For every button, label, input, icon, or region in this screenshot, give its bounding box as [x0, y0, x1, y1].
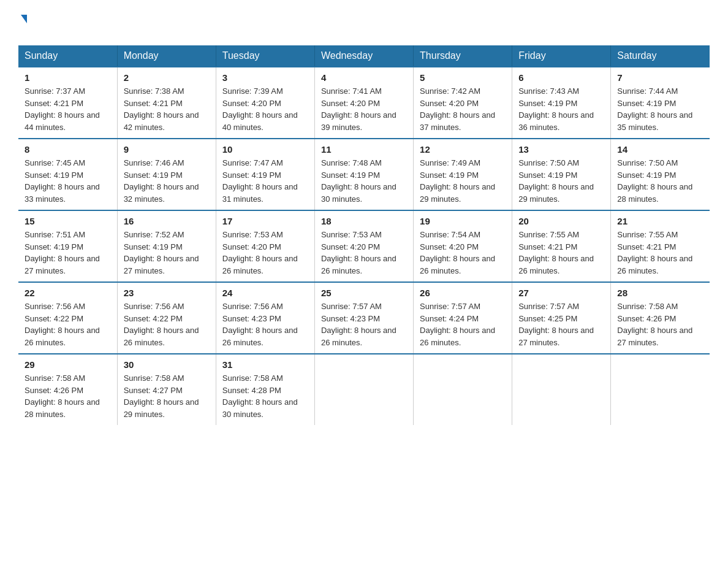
day-number: 11 — [321, 144, 407, 155]
weekday-header-saturday: Saturday — [611, 45, 710, 67]
table-row: 15 Sunrise: 7:51 AM Sunset: 4:19 PM Dayl… — [18, 210, 117, 282]
table-row — [314, 354, 413, 425]
day-info: Sunrise: 7:38 AM Sunset: 4:21 PM Dayligh… — [124, 85, 210, 133]
table-row: 4 Sunrise: 7:41 AM Sunset: 4:20 PM Dayli… — [314, 67, 413, 139]
day-info: Sunrise: 7:42 AM Sunset: 4:20 PM Dayligh… — [420, 85, 506, 133]
weekday-header-friday: Friday — [512, 45, 611, 67]
day-info: Sunrise: 7:58 AM Sunset: 4:26 PM Dayligh… — [617, 301, 703, 348]
logo — [18, 12, 27, 39]
day-number: 30 — [124, 359, 210, 370]
day-number: 17 — [222, 216, 308, 226]
day-number: 7 — [617, 72, 703, 83]
day-info: Sunrise: 7:56 AM Sunset: 4:23 PM Dayligh… — [222, 301, 308, 348]
page-header — [18, 12, 710, 39]
day-number: 4 — [321, 72, 407, 83]
day-number: 26 — [420, 288, 506, 298]
table-row: 13 Sunrise: 7:50 AM Sunset: 4:19 PM Dayl… — [512, 139, 611, 210]
day-info: Sunrise: 7:57 AM Sunset: 4:25 PM Dayligh… — [518, 301, 604, 348]
day-info: Sunrise: 7:53 AM Sunset: 4:20 PM Dayligh… — [321, 229, 407, 277]
weekday-header-tuesday: Tuesday — [216, 45, 314, 67]
table-row: 18 Sunrise: 7:53 AM Sunset: 4:20 PM Dayl… — [314, 210, 413, 282]
table-row: 9 Sunrise: 7:46 AM Sunset: 4:19 PM Dayli… — [117, 139, 216, 210]
day-number: 16 — [124, 216, 210, 226]
table-row: 26 Sunrise: 7:57 AM Sunset: 4:24 PM Dayl… — [414, 282, 512, 354]
day-info: Sunrise: 7:55 AM Sunset: 4:21 PM Dayligh… — [518, 229, 604, 277]
table-row: 12 Sunrise: 7:49 AM Sunset: 4:19 PM Dayl… — [414, 139, 512, 210]
table-row: 25 Sunrise: 7:57 AM Sunset: 4:23 PM Dayl… — [314, 282, 413, 354]
table-row — [414, 354, 512, 425]
day-info: Sunrise: 7:52 AM Sunset: 4:19 PM Dayligh… — [124, 229, 210, 277]
table-row: 1 Sunrise: 7:37 AM Sunset: 4:21 PM Dayli… — [18, 67, 117, 139]
table-row: 11 Sunrise: 7:48 AM Sunset: 4:19 PM Dayl… — [314, 139, 413, 210]
day-info: Sunrise: 7:53 AM Sunset: 4:20 PM Dayligh… — [222, 229, 308, 277]
table-row: 24 Sunrise: 7:56 AM Sunset: 4:23 PM Dayl… — [216, 282, 314, 354]
table-row: 8 Sunrise: 7:45 AM Sunset: 4:19 PM Dayli… — [18, 139, 117, 210]
day-number: 27 — [518, 288, 604, 298]
day-info: Sunrise: 7:43 AM Sunset: 4:19 PM Dayligh… — [518, 85, 604, 133]
table-row: 3 Sunrise: 7:39 AM Sunset: 4:20 PM Dayli… — [216, 67, 314, 139]
day-number: 28 — [617, 288, 703, 298]
table-row: 28 Sunrise: 7:58 AM Sunset: 4:26 PM Dayl… — [611, 282, 710, 354]
day-number: 24 — [222, 288, 308, 298]
table-row: 30 Sunrise: 7:58 AM Sunset: 4:27 PM Dayl… — [117, 354, 216, 425]
day-info: Sunrise: 7:58 AM Sunset: 4:26 PM Dayligh… — [25, 372, 111, 420]
table-row: 17 Sunrise: 7:53 AM Sunset: 4:20 PM Dayl… — [216, 210, 314, 282]
day-info: Sunrise: 7:48 AM Sunset: 4:19 PM Dayligh… — [321, 157, 407, 205]
day-info: Sunrise: 7:41 AM Sunset: 4:20 PM Dayligh… — [321, 85, 407, 133]
table-row: 27 Sunrise: 7:57 AM Sunset: 4:25 PM Dayl… — [512, 282, 611, 354]
table-row: 16 Sunrise: 7:52 AM Sunset: 4:19 PM Dayl… — [117, 210, 216, 282]
day-number: 19 — [420, 216, 506, 226]
table-row: 14 Sunrise: 7:50 AM Sunset: 4:19 PM Dayl… — [611, 139, 710, 210]
table-row: 2 Sunrise: 7:38 AM Sunset: 4:21 PM Dayli… — [117, 67, 216, 139]
day-info: Sunrise: 7:46 AM Sunset: 4:19 PM Dayligh… — [124, 157, 210, 205]
table-row: 10 Sunrise: 7:47 AM Sunset: 4:19 PM Dayl… — [216, 139, 314, 210]
weekday-header-thursday: Thursday — [414, 45, 512, 67]
day-info: Sunrise: 7:39 AM Sunset: 4:20 PM Dayligh… — [222, 85, 308, 133]
logo-arrow-icon — [21, 15, 27, 23]
day-number: 20 — [518, 216, 604, 226]
calendar-table: SundayMondayTuesdayWednesdayThursdayFrid… — [18, 45, 710, 425]
weekday-header-row: SundayMondayTuesdayWednesdayThursdayFrid… — [18, 45, 710, 67]
day-number: 12 — [420, 144, 506, 155]
calendar-week-4: 22 Sunrise: 7:56 AM Sunset: 4:22 PM Dayl… — [18, 282, 710, 354]
table-row: 21 Sunrise: 7:55 AM Sunset: 4:21 PM Dayl… — [611, 210, 710, 282]
day-number: 14 — [617, 144, 703, 155]
day-number: 5 — [420, 72, 506, 83]
day-number: 9 — [124, 144, 210, 155]
day-info: Sunrise: 7:47 AM Sunset: 4:19 PM Dayligh… — [222, 157, 308, 205]
weekday-header-monday: Monday — [117, 45, 216, 67]
table-row: 6 Sunrise: 7:43 AM Sunset: 4:19 PM Dayli… — [512, 67, 611, 139]
table-row: 22 Sunrise: 7:56 AM Sunset: 4:22 PM Dayl… — [18, 282, 117, 354]
day-info: Sunrise: 7:51 AM Sunset: 4:19 PM Dayligh… — [25, 229, 111, 277]
weekday-header-wednesday: Wednesday — [314, 45, 413, 67]
table-row: 5 Sunrise: 7:42 AM Sunset: 4:20 PM Dayli… — [414, 67, 512, 139]
day-number: 18 — [321, 216, 407, 226]
day-info: Sunrise: 7:55 AM Sunset: 4:21 PM Dayligh… — [617, 229, 703, 277]
day-number: 22 — [25, 288, 111, 298]
day-number: 1 — [25, 72, 111, 83]
day-number: 13 — [518, 144, 604, 155]
table-row — [512, 354, 611, 425]
weekday-header-sunday: Sunday — [18, 45, 117, 67]
table-row: 20 Sunrise: 7:55 AM Sunset: 4:21 PM Dayl… — [512, 210, 611, 282]
day-number: 6 — [518, 72, 604, 83]
calendar-week-3: 15 Sunrise: 7:51 AM Sunset: 4:19 PM Dayl… — [18, 210, 710, 282]
day-info: Sunrise: 7:57 AM Sunset: 4:24 PM Dayligh… — [420, 301, 506, 348]
day-number: 23 — [124, 288, 210, 298]
day-info: Sunrise: 7:56 AM Sunset: 4:22 PM Dayligh… — [124, 301, 210, 348]
day-info: Sunrise: 7:54 AM Sunset: 4:20 PM Dayligh… — [420, 229, 506, 277]
table-row: 23 Sunrise: 7:56 AM Sunset: 4:22 PM Dayl… — [117, 282, 216, 354]
day-number: 10 — [222, 144, 308, 155]
day-info: Sunrise: 7:58 AM Sunset: 4:27 PM Dayligh… — [124, 372, 210, 420]
day-info: Sunrise: 7:57 AM Sunset: 4:23 PM Dayligh… — [321, 301, 407, 348]
day-info: Sunrise: 7:56 AM Sunset: 4:22 PM Dayligh… — [25, 301, 111, 348]
table-row: 19 Sunrise: 7:54 AM Sunset: 4:20 PM Dayl… — [414, 210, 512, 282]
day-info: Sunrise: 7:50 AM Sunset: 4:19 PM Dayligh… — [617, 157, 703, 205]
day-info: Sunrise: 7:58 AM Sunset: 4:28 PM Dayligh… — [222, 372, 308, 420]
calendar-week-5: 29 Sunrise: 7:58 AM Sunset: 4:26 PM Dayl… — [18, 354, 710, 425]
table-row: 7 Sunrise: 7:44 AM Sunset: 4:19 PM Dayli… — [611, 67, 710, 139]
day-info: Sunrise: 7:49 AM Sunset: 4:19 PM Dayligh… — [420, 157, 506, 205]
calendar-week-1: 1 Sunrise: 7:37 AM Sunset: 4:21 PM Dayli… — [18, 67, 710, 139]
day-info: Sunrise: 7:45 AM Sunset: 4:19 PM Dayligh… — [25, 157, 111, 205]
day-number: 25 — [321, 288, 407, 298]
